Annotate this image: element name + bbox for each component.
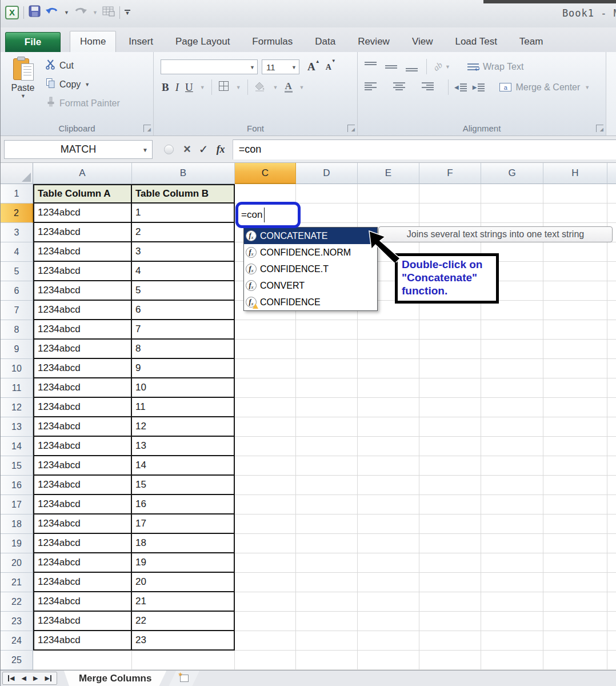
cell-D2[interactable] — [296, 204, 358, 223]
cell-D9[interactable] — [296, 340, 358, 359]
cell-E9[interactable] — [358, 340, 419, 359]
cell-I6[interactable] — [607, 281, 616, 301]
cell-H2[interactable] — [543, 204, 607, 223]
cell-H22[interactable] — [543, 592, 607, 612]
column-header-partial[interactable] — [607, 163, 616, 184]
cell-C18[interactable] — [235, 514, 296, 534]
cell-A17[interactable]: 1234abcd — [33, 495, 132, 514]
cell-A18[interactable]: 1234abcd — [33, 514, 132, 534]
tab-team[interactable]: Team — [510, 31, 553, 52]
cell-A8[interactable]: 1234abcd — [33, 320, 132, 340]
cell-E22[interactable] — [358, 592, 419, 612]
cell-D14[interactable] — [296, 437, 358, 456]
cell-E24[interactable] — [358, 631, 419, 651]
tab-page-layout[interactable]: Page Layout — [166, 31, 239, 52]
cell-G21[interactable] — [481, 573, 543, 592]
cell-G25[interactable] — [481, 651, 543, 670]
cell-A1[interactable]: Table Column A — [33, 184, 132, 204]
autocomplete-item-convert[interactable]: fxCONVERT — [244, 277, 377, 294]
cell-H14[interactable] — [543, 437, 607, 456]
cell-F22[interactable] — [419, 592, 481, 612]
column-header-B[interactable]: B — [132, 163, 235, 184]
autocomplete-item-confidence.norm[interactable]: fxCONFIDENCE.NORM — [244, 244, 377, 261]
orientation-dropdown-icon[interactable]: ▼ — [445, 64, 450, 70]
cell-H13[interactable] — [543, 417, 607, 437]
cell-E21[interactable] — [358, 573, 419, 592]
cell-A15[interactable]: 1234abcd — [33, 456, 132, 476]
column-header-D[interactable]: D — [296, 163, 358, 184]
cell-C22[interactable] — [235, 592, 296, 612]
align-top-icon[interactable] — [365, 62, 378, 71]
row-header-3[interactable]: 3 — [1, 223, 33, 242]
cell-G24[interactable] — [481, 631, 543, 651]
cell-D10[interactable] — [296, 359, 358, 378]
row-header-21[interactable]: 21 — [1, 573, 33, 592]
cell-F8[interactable] — [419, 320, 481, 340]
column-header-H[interactable]: H — [543, 163, 607, 184]
cell-E2[interactable] — [358, 204, 419, 223]
row-header-13[interactable]: 13 — [1, 417, 33, 437]
font-name-combo[interactable]: ▼ — [161, 59, 258, 74]
cell-B1[interactable]: Table Column B — [132, 184, 235, 204]
grow-font-button[interactable]: A▲ — [307, 61, 320, 73]
align-bottom-icon[interactable] — [406, 62, 419, 71]
tab-formulas[interactable]: Formulas — [242, 31, 302, 52]
cell-G14[interactable] — [481, 437, 543, 456]
copy-button[interactable]: Copy ▼ — [45, 78, 120, 91]
sheet-tab-merge-columns[interactable]: Merge Columns — [64, 671, 167, 686]
row-header-24[interactable]: 24 — [1, 631, 33, 651]
cell-G13[interactable] — [481, 417, 543, 437]
cell-F25[interactable] — [419, 651, 481, 670]
cell-I18[interactable] — [607, 514, 616, 534]
cell-G22[interactable] — [481, 592, 543, 612]
formula-input[interactable]: =con — [233, 139, 616, 159]
cell-A11[interactable]: 1234abcd — [33, 378, 132, 398]
cell-C12[interactable] — [235, 398, 296, 417]
borders-dropdown-icon[interactable]: ▼ — [236, 85, 241, 90]
align-center-icon[interactable] — [393, 82, 406, 92]
row-header-4[interactable]: 4 — [1, 242, 33, 262]
clipboard-dialog-launcher-icon[interactable]: ◢ — [143, 125, 151, 132]
cell-C21[interactable] — [235, 573, 296, 592]
cell-G23[interactable] — [481, 612, 543, 631]
row-header-20[interactable]: 20 — [1, 553, 33, 573]
underline-button[interactable]: U — [185, 81, 193, 94]
cell-H7[interactable] — [543, 301, 607, 320]
cell-A25[interactable] — [33, 651, 132, 670]
cell-A3[interactable]: 1234abcd — [33, 223, 132, 242]
last-sheet-icon[interactable]: ▶ — [45, 675, 51, 681]
cell-H4[interactable] — [543, 242, 607, 262]
cell-F16[interactable] — [419, 476, 481, 495]
cell-A21[interactable]: 1234abcd — [33, 573, 132, 592]
cell-F19[interactable] — [419, 534, 481, 553]
cell-E20[interactable] — [358, 553, 419, 573]
align-middle-icon[interactable] — [385, 62, 398, 71]
decrease-indent-icon[interactable]: ◀ — [454, 83, 467, 91]
tab-home[interactable]: Home — [70, 31, 116, 52]
active-cell-editor[interactable]: =con — [235, 202, 301, 228]
cell-G8[interactable] — [481, 320, 543, 340]
font-size-combo[interactable]: 11 ▼ — [262, 59, 299, 74]
redo-dropdown-icon[interactable]: ▼ — [93, 10, 98, 15]
cell-G1[interactable] — [481, 184, 543, 204]
row-header-10[interactable]: 10 — [1, 359, 33, 378]
cell-A9[interactable]: 1234abcd — [33, 340, 132, 359]
column-header-G[interactable]: G — [481, 163, 543, 184]
cell-B23[interactable]: 22 — [132, 612, 235, 631]
cell-F12[interactable] — [419, 398, 481, 417]
cell-I1[interactable] — [607, 184, 616, 204]
cell-H1[interactable] — [543, 184, 607, 204]
customize-quick-access-toolbar-icon[interactable]: ▼ — [125, 10, 130, 15]
next-sheet-icon[interactable]: ▶ — [33, 675, 38, 681]
cell-I20[interactable] — [607, 553, 616, 573]
font-color-button[interactable]: A — [285, 82, 293, 93]
cell-F1[interactable] — [419, 184, 481, 204]
cell-D1[interactable] — [296, 184, 358, 204]
cell-F11[interactable] — [419, 378, 481, 398]
fill-color-icon[interactable] — [254, 81, 266, 94]
row-header-2[interactable]: 2 — [1, 204, 33, 223]
fill-color-dropdown-icon[interactable]: ▼ — [273, 85, 278, 90]
wrap-text-button[interactable]: ↵ Wrap Text — [467, 62, 523, 72]
cell-E11[interactable] — [358, 378, 419, 398]
cell-B4[interactable]: 3 — [132, 242, 235, 262]
